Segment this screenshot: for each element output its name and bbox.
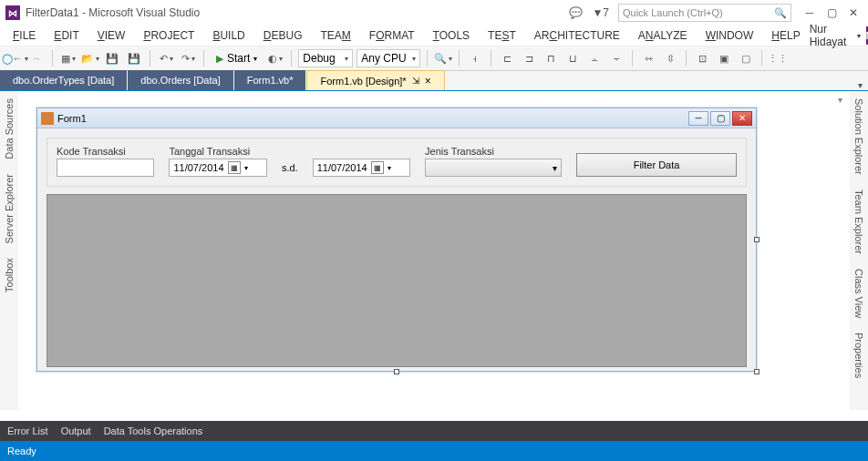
align-lefts-icon[interactable]: ⊏ — [498, 49, 516, 67]
size-to-grid-icon[interactable]: ⊡ — [693, 49, 711, 67]
user-menu[interactable]: Nur Hidayat ▾ NH — [810, 23, 868, 48]
jenis-combo[interactable]: ▾ — [425, 159, 562, 177]
form-close-button[interactable]: ✕ — [732, 111, 752, 126]
tab-form1-code[interactable]: Form1.vb* — [234, 70, 306, 90]
tab-orders[interactable]: dbo.Orders [Data] — [128, 70, 232, 90]
menu-file[interactable]: FILE — [4, 27, 45, 44]
label-tanggal: Tanggal Transaksi — [169, 146, 266, 157]
menu-test[interactable]: TEST — [479, 27, 525, 44]
menu-team[interactable]: TEAM — [311, 27, 359, 44]
nav-forward-button[interactable]: → — [27, 49, 46, 67]
quick-launch-placeholder: Quick Launch (Ctrl+Q) — [623, 7, 723, 18]
tab-error-list[interactable]: Error List — [7, 425, 48, 436]
form-icon — [41, 112, 54, 125]
undo-button[interactable]: ↶ — [157, 49, 175, 67]
maximize-button[interactable]: ▢ — [822, 5, 841, 21]
menu-window[interactable]: WINDOW — [697, 27, 763, 44]
vspace-equal-icon[interactable]: ⇳ — [661, 49, 679, 67]
label-sd: s.d. — [282, 162, 298, 177]
play-icon: ▶ — [216, 53, 223, 65]
bring-front-icon[interactable]: ▣ — [715, 49, 733, 67]
user-name: Nur Hidayat — [810, 23, 852, 48]
sidetab-team-explorer[interactable]: Team Explorer — [852, 182, 866, 261]
open-file-button[interactable]: 📂 — [81, 49, 99, 67]
left-side-tabs: Data Sources Server Explorer Toolbox — [0, 91, 18, 410]
tab-output[interactable]: Output — [61, 425, 91, 436]
window-title: FilterData1 - Microsoft Visual Studio — [26, 6, 200, 19]
tab-form1-design[interactable]: Form1.vb [Design]* ⇲ × — [306, 70, 444, 90]
minimize-button[interactable]: ─ — [801, 5, 819, 21]
tab-overflow-button[interactable]: ▾ — [852, 80, 868, 90]
menu-format[interactable]: FORMAT — [360, 27, 424, 44]
form1-title: Form1 — [57, 113, 87, 124]
bottom-panel-tabs: Error List Output Data Tools Operations — [0, 421, 868, 441]
menu-build[interactable]: BUILD — [203, 27, 253, 44]
right-side-tabs: Solution Explorer Team Explorer Class Vi… — [850, 91, 868, 410]
align-tops-icon[interactable]: ⊔ — [563, 49, 582, 67]
tab-ordertypes[interactable]: dbo.OrderTypes [Data] — [0, 70, 127, 90]
nav-back-button[interactable]: ◯← — [5, 49, 24, 67]
start-debug-button[interactable]: ▶ Start ▾ — [211, 49, 263, 67]
align-centers-icon[interactable]: ⊐ — [520, 49, 538, 67]
kode-input[interactable] — [57, 159, 154, 177]
document-tabs: dbo.OrderTypes [Data] dbo.Orders [Data] … — [0, 71, 868, 91]
align-rights-icon[interactable]: ⊓ — [542, 49, 560, 67]
menu-tools[interactable]: TOOLS — [424, 27, 479, 44]
browser-select-button[interactable]: ◐ — [266, 49, 284, 67]
data-grid[interactable] — [46, 194, 747, 367]
label-jenis: Jenis Transaksi — [425, 146, 562, 157]
titlebar: ⋈ FilterData1 - Microsoft Visual Studio … — [0, 0, 868, 26]
resize-handle-corner[interactable] — [754, 369, 760, 374]
menu-project[interactable]: PROJECT — [134, 27, 203, 44]
save-all-button[interactable]: 💾 — [125, 49, 143, 67]
menu-debug[interactable]: DEBUG — [254, 27, 312, 44]
form1-titlebar: Form1 ─ ▢ ✕ — [37, 108, 756, 128]
designer-surface[interactable]: ▾ Form1 ─ ▢ ✕ Kode Transaksi Tanggal Tra… — [20, 91, 848, 415]
menu-view[interactable]: VIEW — [88, 27, 135, 44]
menu-edit[interactable]: EDIT — [45, 27, 88, 44]
platform-combo[interactable]: Any CPU▾ — [356, 49, 420, 67]
notifications-flag[interactable]: ▼7 — [592, 6, 609, 19]
config-combo[interactable]: Debug▾ — [298, 49, 353, 67]
align-bottoms-icon[interactable]: ⫟ — [607, 49, 625, 67]
tab-data-tools[interactable]: Data Tools Operations — [104, 425, 203, 436]
align-middles-icon[interactable]: ⫠ — [585, 49, 604, 67]
vs-logo-icon: ⋈ — [5, 5, 20, 20]
statusbar: Ready — [0, 441, 868, 461]
redo-button[interactable]: ↷ — [179, 49, 197, 67]
send-back-icon[interactable]: ▢ — [737, 49, 755, 67]
filter-panel: Kode Transaksi Tanggal Transaksi 11/07/2… — [46, 138, 747, 187]
date-to-input[interactable]: 11/07/2014 ▦▾ — [313, 159, 410, 177]
tab-order-icon[interactable]: ⋮⋮ — [769, 49, 787, 67]
sidetab-data-sources[interactable]: Data Sources — [2, 91, 16, 167]
sidetab-toolbox[interactable]: Toolbox — [2, 251, 16, 300]
quick-launch-input[interactable]: Quick Launch (Ctrl+Q) 🔍 — [618, 4, 791, 22]
date-from-input[interactable]: 11/07/2014 ▦▾ — [169, 159, 266, 177]
pin-icon[interactable]: ⇲ — [412, 76, 419, 86]
calendar-icon: ▦ — [371, 161, 384, 174]
form-minimize-button[interactable]: ─ — [688, 111, 708, 126]
sidetab-properties[interactable]: Properties — [852, 325, 866, 385]
form1-window[interactable]: Form1 ─ ▢ ✕ Kode Transaksi Tanggal Trans… — [36, 108, 757, 372]
menu-architecture[interactable]: ARCHITECTURE — [525, 27, 629, 44]
sidetab-server-explorer[interactable]: Server Explorer — [2, 167, 16, 251]
menubar: FILE EDIT VIEW PROJECT BUILD DEBUG TEAM … — [0, 26, 868, 46]
filter-data-button[interactable]: Filter Data — [576, 153, 737, 177]
menu-analyze[interactable]: ANALYZE — [629, 27, 697, 44]
resize-handle-right[interactable] — [754, 237, 760, 242]
sidetab-solution-explorer[interactable]: Solution Explorer — [852, 91, 866, 182]
form-maximize-button[interactable]: ▢ — [710, 111, 730, 126]
sidetab-class-view[interactable]: Class View — [852, 261, 866, 325]
new-project-button[interactable]: ▦ — [59, 49, 78, 67]
feedback-icon[interactable]: 💬 — [569, 6, 583, 19]
align-left-icon[interactable]: ⫞ — [466, 49, 484, 67]
tab-close-icon[interactable]: × — [425, 75, 431, 87]
hspace-equal-icon[interactable]: ⇿ — [639, 49, 657, 67]
designer-tray-handle[interactable]: ▾ — [838, 95, 842, 105]
resize-handle-bottom[interactable] — [394, 369, 399, 374]
label-kode: Kode Transaksi — [57, 146, 154, 157]
find-button[interactable]: 🔍 — [434, 49, 452, 67]
close-button[interactable]: ✕ — [844, 5, 863, 21]
menu-help[interactable]: HELP — [762, 27, 809, 44]
save-button[interactable]: 💾 — [103, 49, 121, 67]
